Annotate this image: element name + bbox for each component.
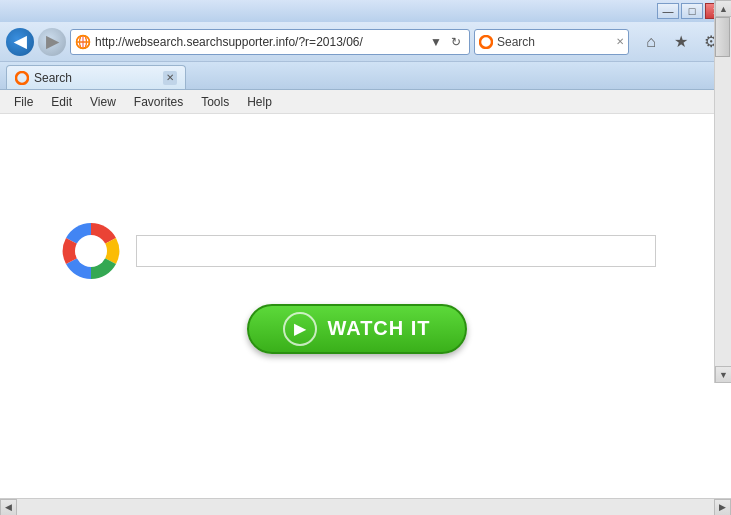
maximize-button[interactable]: □ bbox=[681, 3, 703, 19]
refresh-button[interactable]: ↻ bbox=[447, 33, 465, 51]
scroll-left-button[interactable]: ◀ bbox=[0, 499, 17, 516]
watch-btn-label: WATCH IT bbox=[327, 317, 430, 340]
play-icon: ▶ bbox=[283, 312, 317, 346]
content-wrapper: ▶ WATCH IT bbox=[58, 218, 656, 354]
tab-row: Search ✕ ▲ ▼ bbox=[0, 62, 731, 90]
scroll-track[interactable] bbox=[715, 114, 731, 366]
search-field-wrap: Search ✕ bbox=[474, 29, 629, 55]
menu-tools[interactable]: Tools bbox=[193, 93, 237, 111]
svg-point-7 bbox=[480, 36, 492, 48]
content-area: ▶ WATCH IT bbox=[0, 114, 714, 497]
active-tab[interactable]: Search ✕ bbox=[6, 65, 186, 89]
forward-button[interactable]: ▶ bbox=[38, 28, 66, 56]
watch-it-button[interactable]: ▶ WATCH IT bbox=[247, 304, 467, 354]
menu-favorites[interactable]: Favorites bbox=[126, 93, 191, 111]
title-bar: — □ ✕ bbox=[0, 0, 731, 22]
menu-view[interactable]: View bbox=[82, 93, 124, 111]
content-row: ▶ WATCH IT ▲ ▼ bbox=[0, 114, 731, 498]
browser-window: — □ ✕ ◀ ▶ ▼ ↻ bbox=[0, 0, 731, 515]
address-icons: ▼ ↻ bbox=[427, 33, 465, 51]
main-search-input[interactable] bbox=[136, 235, 656, 267]
favorites-button[interactable]: ★ bbox=[667, 29, 695, 55]
svg-point-8 bbox=[16, 72, 28, 84]
search-logo bbox=[58, 218, 124, 284]
globe-icon bbox=[75, 34, 91, 50]
scroll-down-button[interactable]: ▼ bbox=[715, 366, 731, 383]
vertical-scrollbar: ▲ ▼ bbox=[714, 114, 731, 383]
svg-point-9 bbox=[75, 235, 107, 267]
scroll-right-button[interactable]: ▶ bbox=[714, 499, 731, 516]
tab-close-button[interactable]: ✕ bbox=[616, 36, 624, 47]
horizontal-scrollbar: ◀ ▶ bbox=[0, 498, 731, 515]
menu-bar: File Edit View Favorites Tools Help bbox=[0, 90, 731, 114]
address-field-wrap: ▼ ↻ bbox=[70, 29, 470, 55]
tab-title: Search bbox=[34, 71, 72, 85]
tab-favicon bbox=[15, 71, 29, 85]
browser-toolbar-icons: ⌂ ★ ⚙ bbox=[637, 29, 725, 55]
tab-close-icon[interactable]: ✕ bbox=[163, 71, 177, 85]
h-scroll-track[interactable] bbox=[17, 499, 714, 516]
menu-edit[interactable]: Edit bbox=[43, 93, 80, 111]
back-button[interactable]: ◀ bbox=[6, 28, 34, 56]
search-row bbox=[58, 218, 656, 284]
search-dropdown-button[interactable]: ▼ bbox=[427, 33, 445, 51]
tab-search-label: Search bbox=[497, 35, 612, 49]
menu-file[interactable]: File bbox=[6, 93, 41, 111]
home-button[interactable]: ⌂ bbox=[637, 29, 665, 55]
minimize-button[interactable]: — bbox=[657, 3, 679, 19]
address-input[interactable] bbox=[95, 35, 423, 49]
menu-help[interactable]: Help bbox=[239, 93, 280, 111]
address-bar-row: ◀ ▶ ▼ ↻ bbox=[0, 22, 731, 62]
search-brand-icon bbox=[479, 35, 493, 49]
